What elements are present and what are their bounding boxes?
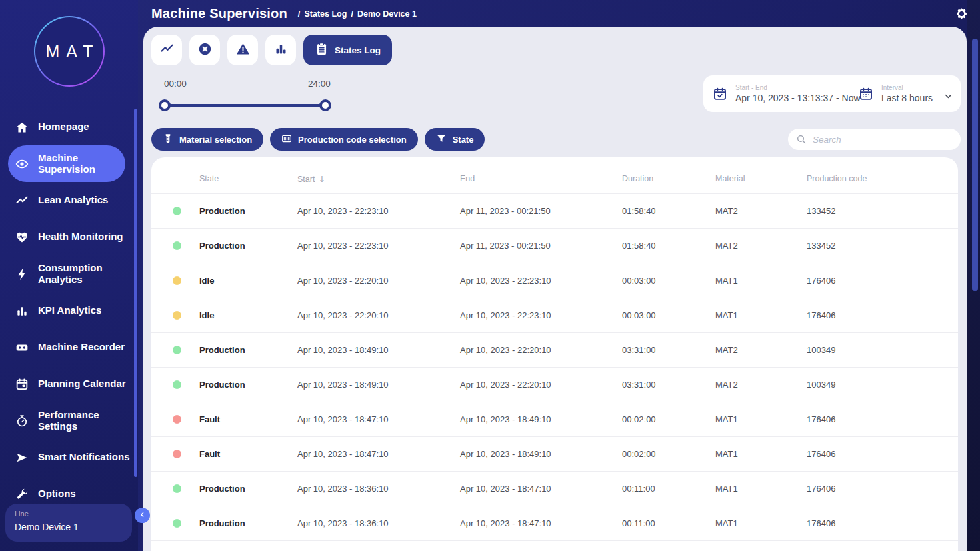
page-scrollbar[interactable] [967,0,980,551]
heart-pulse-icon [15,231,29,244]
start-end-value: Apr 10, 2023 - 13:13:37 - Now [735,93,861,103]
settings-button[interactable] [955,7,968,21]
recorder-icon [15,341,29,354]
tab-warning-triangle[interactable] [227,35,258,65]
sidebar-nav: Homepage Machine Supervision Lean Analyt… [0,109,138,512]
sidebar: MAT Homepage Machine Supervision Lean An… [0,0,138,551]
state-dot [173,346,181,354]
filter-button-material-selection[interactable]: Material selection [151,128,263,151]
table-body: Production Apr 10, 2023 - 22:23:10 Apr 1… [151,194,958,541]
sidebar-item-health-monitoring[interactable]: Health Monitoring [0,219,138,255]
start-end-label: Start - End [735,84,861,91]
sidebar-item-machine-recorder[interactable]: Machine Recorder [0,329,138,366]
sidebar-item-label: Lean Analytics [38,195,108,206]
sidebar-item-machine-supervision[interactable]: Machine Supervision [0,145,138,182]
cell-production-code: 176406 [807,276,958,286]
table-header: State Start↓ End Duration Ma [151,157,958,194]
state-dot [173,380,181,389]
sidebar-item-planning-calendar[interactable]: Planning Calendar [0,366,138,402]
app-window: MAT Homepage Machine Supervision Lean An… [0,0,980,551]
sidebar-item-kpi-analytics[interactable]: KPI Analytics [0,292,138,329]
column-header-start[interactable]: Start↓ [297,174,460,184]
slider-handle-start[interactable] [159,99,171,111]
slider-end-label: 24:00 [308,79,331,89]
funnel-icon [436,133,447,146]
cell-state: Fault [199,449,297,459]
cell-state: Idle [199,276,297,286]
tab-clipboard[interactable]: States Log [303,35,392,65]
sort-down-indicator: ↓ [318,174,325,184]
date-range-card: Start - End Apr 10, 2023 - 13:13:37 - No… [703,75,961,112]
clipboard-icon [315,42,329,58]
column-header-production-code[interactable]: Production code [807,174,958,183]
column-header-duration[interactable]: Duration [622,174,715,183]
top-bar: Machine Supervision / States Log / Demo … [151,0,417,27]
view-tabs: States Log [151,35,392,65]
table-row[interactable]: Production Apr 10, 2023 - 18:49:10 Apr 1… [151,333,958,368]
tab-bar-chart[interactable] [265,35,296,65]
slider-track[interactable] [164,104,325,107]
filter-button-state[interactable]: State [425,128,485,151]
cell-production-code: 176406 [807,310,958,320]
state-dot [173,484,181,493]
cell-end: Apr 10, 2023 - 22:20:10 [460,380,622,390]
tab-circle-x[interactable] [189,35,220,65]
breadcrumb: / States Log / Demo Device 1 [294,9,417,19]
state-dot [173,519,181,528]
sidebar-collapse-button[interactable] [135,508,150,523]
cell-material: MAT1 [715,484,807,494]
material-icon [163,133,173,146]
calendar-icon [15,378,29,391]
main-content: States Log 00:00 24:00 Start - End Apr 1… [143,27,967,551]
sidebar-item-lean-analytics[interactable]: Lean Analytics [0,182,138,219]
cell-production-code: 176406 [807,414,958,424]
cell-state: Production [199,241,297,251]
page-scrollbar-thumb[interactable] [972,39,978,291]
cell-end: Apr 10, 2023 - 22:23:10 [460,276,622,286]
slider-start-label: 00:00 [164,79,187,89]
table-row[interactable]: Production Apr 10, 2023 - 18:49:10 Apr 1… [151,368,958,402]
table-row[interactable]: Production Apr 10, 2023 - 22:23:10 Apr 1… [151,229,958,263]
send-icon [15,451,29,464]
state-dot [173,450,181,458]
sidebar-item-label: Machine Supervision [38,153,130,175]
column-header-material[interactable]: Material [715,174,807,183]
sidebar-item-homepage[interactable]: Homepage [0,109,138,145]
breadcrumb-item: / Demo Device 1 [347,9,417,19]
cell-end: Apr 10, 2023 - 18:47:10 [460,484,622,494]
sidebar-item-consumption-analytics[interactable]: Consumption Analytics [0,255,138,292]
start-end-picker[interactable]: Start - End Apr 10, 2023 - 13:13:37 - No… [703,84,849,103]
column-header-state[interactable]: State [199,174,297,183]
interval-picker[interactable]: Interval Last 8 hours [849,84,961,103]
cell-state: Production [199,518,297,528]
cell-material: MAT2 [715,380,807,390]
table-row[interactable]: Fault Apr 10, 2023 - 18:47:10 Apr 10, 20… [151,402,958,437]
chevron-left-icon [139,510,146,520]
table-row[interactable]: Idle Apr 10, 2023 - 22:20:10 Apr 10, 202… [151,263,958,298]
cell-duration: 00:11:00 [622,518,715,528]
cell-material: MAT1 [715,276,807,286]
column-header-end[interactable]: End [460,174,622,183]
device-selector-card[interactable]: Line Demo Device 1 [5,504,132,542]
filter-button-production-code-selection[interactable]: Production code selection [270,128,418,151]
chevron-down-icon [943,91,953,101]
table-row[interactable]: Production Apr 10, 2023 - 18:36:10 Apr 1… [151,472,958,506]
cell-start: Apr 10, 2023 - 22:23:10 [297,241,460,251]
sidebar-scrollbar[interactable] [134,109,137,477]
sidebar-item-performance-settings[interactable]: Performance Settings [0,402,138,439]
table-row[interactable]: Production Apr 10, 2023 - 18:36:10 Apr 1… [151,506,958,541]
cell-state: Fault [199,414,297,424]
search-input[interactable] [813,135,953,145]
cell-production-code: 100349 [807,380,958,390]
sidebar-item-label: Homepage [38,121,89,133]
breadcrumb-separator: / [298,9,301,19]
table-row[interactable]: Idle Apr 10, 2023 - 22:20:10 Apr 10, 202… [151,298,958,333]
cell-start: Apr 10, 2023 - 18:47:10 [297,449,460,459]
table-row[interactable]: Fault Apr 10, 2023 - 18:47:10 Apr 10, 20… [151,437,958,472]
sidebar-item-smart-notifications[interactable]: Smart Notifications [0,439,138,476]
tab-trend-chart[interactable] [151,35,182,65]
table-row[interactable]: Production Apr 10, 2023 - 22:23:10 Apr 1… [151,194,958,229]
cell-duration: 03:31:00 [622,345,715,355]
slider-handle-end[interactable] [319,99,331,111]
cell-end: Apr 10, 2023 - 18:47:10 [460,518,622,528]
